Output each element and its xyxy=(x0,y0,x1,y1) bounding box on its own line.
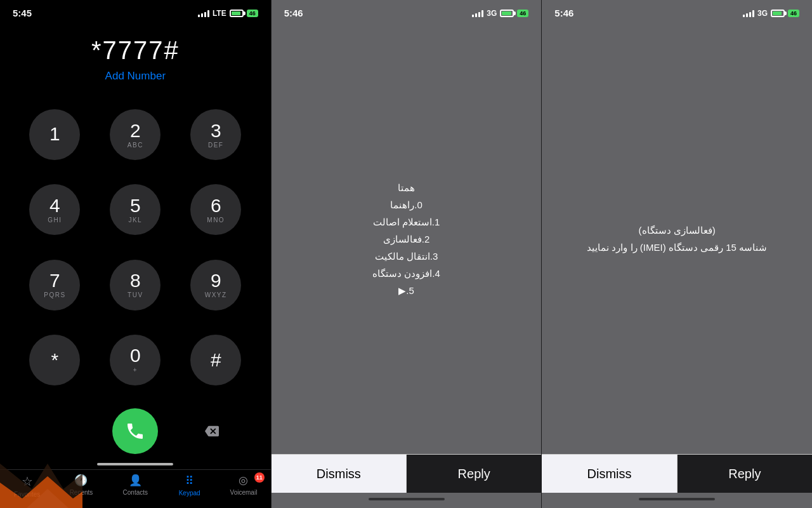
signal-type-3: 3G xyxy=(757,9,768,18)
message-area-2: همتا 0.راهنما 1.استعلام اصالت 2.فعالسازی… xyxy=(272,23,542,454)
tab-bar: ☆ Favorites 🕐 Recents 👤 Contacts ⠿ Keypa… xyxy=(0,469,271,508)
battery-level-2: 46 xyxy=(517,10,528,17)
dismiss-button-2[interactable]: Dismiss xyxy=(272,455,407,493)
msg-line-1: همتا xyxy=(372,179,440,196)
status-icons-1: LTE 46 xyxy=(198,9,258,18)
recents-label: Recents xyxy=(70,489,93,496)
msg-line-7: 5.▶ xyxy=(372,282,440,299)
status-icons-3: 3G 46 xyxy=(743,9,799,18)
phone-icon xyxy=(125,421,145,441)
key-8[interactable]: 8 TUV xyxy=(110,260,160,311)
battery-level-1: 46 xyxy=(247,10,258,17)
signal-type-2: 3G xyxy=(487,9,497,18)
tab-voicemail[interactable]: ◎ Voicemail 11 xyxy=(216,474,270,498)
key-6[interactable]: 6 MNO xyxy=(190,184,241,235)
bottom-actions-2: Dismiss Reply xyxy=(272,454,542,493)
screen-bottom-3 xyxy=(542,493,812,508)
key-2[interactable]: 2 ABC xyxy=(110,109,160,160)
status-bar-1: 5:45 LTE 46 xyxy=(0,0,271,23)
voicemail-label: Voicemail xyxy=(230,489,258,496)
key-4[interactable]: 4 GHI xyxy=(29,184,80,235)
favorites-icon: ☆ xyxy=(22,474,33,489)
keypad-label: Keypad xyxy=(179,490,200,497)
home-indicator-3 xyxy=(639,498,715,500)
delete-icon xyxy=(203,424,221,438)
message-area-3: (فعالسازی دستگاه) شناسه 15 رقمی دستگاه (… xyxy=(542,23,812,454)
tab-favorites[interactable]: ☆ Favorites xyxy=(0,474,54,498)
home-indicator-2 xyxy=(369,498,445,500)
favorites-label: Favorites xyxy=(14,491,40,498)
screen-sms-menu: 5:46 3G 46 همتا 0.راهنما 1.استعلام اصالت… xyxy=(271,0,542,508)
voicemail-icon: ◎ xyxy=(239,474,248,487)
msg-line-3: 1.استعلام اصالت xyxy=(372,213,440,231)
dialed-number: *7777# xyxy=(0,23,271,70)
status-bar-3: 5:46 3G 46 xyxy=(542,0,812,23)
key-7[interactable]: 7 PQRS xyxy=(29,260,80,311)
status-bar-2: 5:46 3G 46 xyxy=(272,0,542,23)
battery-icon-1 xyxy=(230,10,244,17)
msg-line-5: 3.انتقال مالکیت xyxy=(372,248,440,265)
msg-line-6: 4.افزودن دستگاه xyxy=(372,265,440,282)
signal-bars-3 xyxy=(743,10,754,17)
add-number-link[interactable]: Add Number xyxy=(0,70,271,95)
key-9[interactable]: 9 WXYZ xyxy=(190,260,241,311)
battery-icon-2 xyxy=(500,10,514,17)
msg-line-2: 0.راهنما xyxy=(372,196,440,213)
lte-badge: LTE xyxy=(213,9,226,18)
key-5[interactable]: 5 JKL xyxy=(110,184,160,235)
call-button[interactable] xyxy=(112,408,158,454)
dismiss-button-3[interactable]: Dismiss xyxy=(542,455,677,493)
key-star[interactable]: * xyxy=(29,335,80,385)
screen-dialer: 5:45 LTE 46 *7777# Add Number 1 2 ABC 3 … xyxy=(0,0,271,508)
imei-msg-line-1: (فعالسازی دستگاه) xyxy=(587,222,767,239)
sms-message-2: همتا 0.راهنما 1.استعلام اصالت 2.فعالسازی… xyxy=(372,179,440,299)
key-3[interactable]: 3 DEF xyxy=(190,109,241,160)
tab-recents[interactable]: 🕐 Recents xyxy=(54,474,108,498)
battery-icon-3 xyxy=(771,10,785,17)
battery-level-3: 46 xyxy=(788,10,799,17)
delete-button[interactable] xyxy=(196,415,228,447)
home-indicator-1 xyxy=(97,463,173,465)
status-icons-2: 3G 46 xyxy=(472,9,528,18)
signal-bars-1 xyxy=(198,10,209,17)
tab-contacts[interactable]: 👤 Contacts xyxy=(108,474,162,498)
key-1[interactable]: 1 xyxy=(29,109,80,160)
time-3: 5:46 xyxy=(554,8,573,18)
recents-icon: 🕐 xyxy=(74,474,88,487)
imei-msg-line-2: شناسه 15 رقمی دستگاه (IMEI) را وارد نمای… xyxy=(587,239,767,256)
sms-message-3: (فعالسازی دستگاه) شناسه 15 رقمی دستگاه (… xyxy=(587,222,767,256)
dialer-actions xyxy=(0,399,271,460)
signal-bars-2 xyxy=(472,10,483,17)
contacts-label: Contacts xyxy=(123,489,148,496)
key-0[interactable]: 0 + xyxy=(110,335,160,385)
key-hash[interactable]: # xyxy=(190,335,241,385)
bottom-actions-3: Dismiss Reply xyxy=(542,454,812,493)
reply-button-2[interactable]: Reply xyxy=(407,455,541,493)
screen-bottom-2 xyxy=(272,493,542,508)
reply-button-3[interactable]: Reply xyxy=(678,455,812,493)
time-2: 5:46 xyxy=(284,8,303,18)
msg-line-4: 2.فعالسازی xyxy=(372,231,440,248)
voicemail-badge: 11 xyxy=(254,472,265,483)
time-1: 5:45 xyxy=(13,8,32,18)
keypad-icon: ⠿ xyxy=(185,474,193,488)
tab-keypad[interactable]: ⠿ Keypad xyxy=(162,474,216,498)
screen-sms-imei: 5:46 3G 46 (فعالسازی دستگاه) شناسه 15 رق… xyxy=(541,0,812,508)
contacts-icon: 👤 xyxy=(129,474,142,487)
keypad-grid: 1 2 ABC 3 DEF 4 GHI 5 JKL 6 MNO 7 PQRS xyxy=(0,95,271,399)
